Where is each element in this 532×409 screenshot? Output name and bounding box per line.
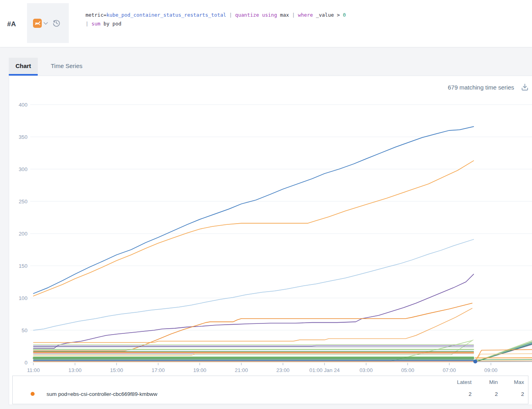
svg-text:11:00: 11:00	[27, 367, 40, 373]
svg-text:15:00: 15:00	[110, 367, 123, 373]
query-row-label: #A	[7, 20, 16, 28]
tab-chart[interactable]: Chart	[9, 58, 38, 74]
matching-series-count: 679 matching time series	[448, 84, 514, 91]
quantize-clock-icon[interactable]	[52, 18, 61, 28]
query-token: quantize using	[235, 12, 277, 18]
query-token: sum	[91, 21, 101, 27]
legend-col-max: Max	[498, 379, 524, 385]
svg-text:200: 200	[19, 231, 27, 237]
legend-table: Latest Min Max sum pod=ebs-csi-controlle…	[12, 376, 528, 404]
svg-text:150: 150	[19, 263, 27, 269]
query-token: by pod	[101, 21, 122, 27]
svg-text:03:00: 03:00	[359, 367, 373, 373]
legend-row[interactable]: sum pod=ebs-csi-controller-cbc669f89-kmb…	[13, 386, 528, 401]
chart-type-dropdown-button[interactable]	[33, 18, 48, 28]
chart-toolbar: 679 matching time series	[448, 83, 529, 92]
query-token: 0	[343, 12, 346, 18]
svg-text:21:00: 21:00	[235, 367, 248, 373]
series-color-dot	[31, 392, 35, 396]
series-latest-value: 2	[440, 391, 472, 397]
query-token: kube_pod_container_status_restarts_total	[107, 12, 226, 18]
series-min-value: 2	[472, 391, 498, 397]
legend-header-row: Latest Min Max	[13, 376, 528, 386]
svg-text:23:00: 23:00	[276, 367, 289, 373]
query-token: max	[277, 12, 292, 18]
query-token: |	[292, 12, 298, 18]
svg-text:13:00: 13:00	[68, 367, 82, 373]
query-token: where	[298, 12, 313, 18]
result-tabs: Chart Time Series	[0, 58, 532, 76]
series-label: sum pod=ebs-csi-controller-cbc669f89-kmb…	[47, 391, 157, 397]
query-token: metric=	[85, 12, 107, 18]
query-bar: #A metric=kube_pod_container_status_rest…	[0, 0, 532, 47]
chart-panel: 679 matching time series 050100150200250…	[9, 76, 532, 405]
chart-plot[interactable]: 05010015020025030035040011:0013:0015:001…	[9, 96, 532, 374]
svg-text:19:00: 19:00	[193, 367, 206, 373]
svg-text:0: 0	[25, 360, 27, 366]
legend-col-latest: Latest	[440, 379, 472, 385]
download-icon[interactable]	[520, 83, 529, 92]
svg-text:300: 300	[19, 166, 27, 172]
legend-col-min: Min	[472, 379, 498, 385]
tab-time-series[interactable]: Time Series	[42, 58, 91, 74]
line-chart-icon	[33, 19, 42, 28]
svg-text:17:00: 17:00	[151, 367, 165, 373]
query-row-controls	[27, 3, 69, 43]
svg-text:400: 400	[19, 102, 27, 108]
svg-text:50: 50	[21, 327, 27, 333]
svg-text:09:00: 09:00	[484, 367, 497, 373]
svg-text:07:00: 07:00	[443, 367, 456, 373]
svg-text:100: 100	[19, 295, 27, 301]
query-token: |	[226, 12, 235, 18]
query-token: _value >	[313, 12, 343, 18]
svg-text:250: 250	[19, 199, 27, 204]
chevron-down-icon	[43, 20, 48, 26]
svg-text:350: 350	[19, 134, 27, 140]
query-input[interactable]: metric=kube_pod_container_status_restart…	[85, 11, 346, 28]
series-max-value: 2	[498, 391, 524, 397]
svg-text:01:00 Jan 24: 01:00 Jan 24	[309, 367, 340, 373]
svg-text:05:00: 05:00	[401, 367, 414, 373]
query-token: |	[85, 21, 91, 27]
